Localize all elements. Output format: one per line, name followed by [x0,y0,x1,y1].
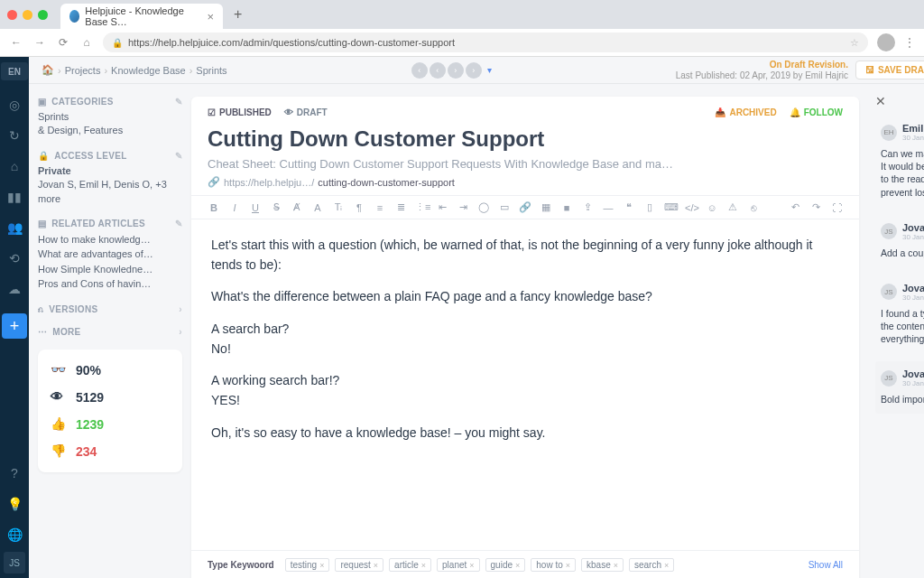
versions-section[interactable]: ⎌VERSIONS› [38,304,182,314]
list-ul-icon[interactable]: ⋮≡ [415,201,428,213]
tag[interactable]: guide× [485,558,526,572]
tag[interactable]: planet× [437,558,480,572]
breadcrumb-item[interactable]: Knowledge Base [111,65,186,76]
new-tab-button[interactable]: + [228,6,247,23]
paragraph[interactable]: Let's start this with a question (which,… [211,236,839,275]
window-zoom[interactable] [38,10,48,20]
url-slug[interactable]: cutting-down-customer-support [318,177,455,188]
rail-home-icon[interactable]: ⌂ [0,153,29,180]
paragraph[interactable]: Oh, it's so easy to have a knowledge bas… [211,424,839,443]
close-comments-icon[interactable]: ✕ [875,94,886,108]
nav-home-icon[interactable]: ⌂ [79,35,94,50]
article-subtitle[interactable]: Cheat Sheet: Cutting Down Customer Suppo… [208,157,843,171]
rail-refresh-icon[interactable]: ⟲ [0,245,29,272]
tag[interactable]: request× [335,558,383,572]
window-close[interactable] [7,10,17,20]
breadcrumb-item[interactable]: Sprints [196,65,226,76]
browser-menu-icon[interactable]: ⋮ [904,36,915,49]
fullscreen-icon[interactable]: ⛶ [830,202,843,213]
rail-dashboard-icon[interactable]: ◎ [0,91,29,118]
clear-icon[interactable]: A̸ [291,201,303,213]
url-field[interactable]: 🔒 https://help.helpjuice.com/admin/quest… [103,33,868,52]
rev-pill[interactable]: › [448,62,464,79]
rail-help-icon[interactable]: ? [0,460,29,487]
tag-remove-icon[interactable]: × [421,561,426,570]
file-icon[interactable]: ▯ [643,201,656,213]
emoji-icon[interactable]: ☺ [706,202,718,213]
rev-dropdown-icon[interactable]: ▾ [487,65,492,75]
draft-tab[interactable]: 👁DRAFT [284,107,328,117]
paragraph[interactable]: A working search bar!? YES! [211,371,839,410]
paragraph[interactable]: A search bar? No! [211,320,839,359]
warn-icon[interactable]: ⚠ [726,201,739,213]
comment[interactable]: JSJovan Savic30 Jan, 13:47Resolve⋮ Bold … [875,361,924,413]
tag[interactable]: article× [389,558,431,572]
indent-icon[interactable]: ⇥ [457,201,469,213]
strike-icon[interactable]: S̶ [270,201,282,213]
tag-remove-icon[interactable]: × [566,561,570,570]
rail-upload-icon[interactable]: ☁ [0,275,29,303]
breadcrumb-item[interactable]: Projects [65,65,101,76]
undo-icon[interactable]: ↶ [789,201,801,213]
tag[interactable]: how to× [531,558,576,572]
rev-pill[interactable]: › [466,62,482,79]
bookmark-icon[interactable]: ☆ [850,37,859,49]
nav-back-icon[interactable]: ← [9,35,23,50]
article-url[interactable]: 🔗 https://help.helpju…/cutting-down-cust… [208,176,843,188]
link-icon[interactable]: 🔗 [519,201,531,213]
embed-icon[interactable]: </> [685,202,698,213]
tag-input-label[interactable]: Type Keywoord [208,560,274,570]
redo-icon[interactable]: ↷ [809,201,822,213]
rail-history-icon[interactable]: ↻ [0,122,29,149]
related-link[interactable]: What are advantages of… [38,247,182,262]
rail-js-badge[interactable]: JS [4,552,25,573]
nav-reload-icon[interactable]: ⟳ [56,35,70,50]
tag-remove-icon[interactable]: × [614,561,618,570]
edit-icon[interactable]: ✎ [175,219,182,228]
rail-analytics-icon[interactable]: ▮▮ [0,183,29,210]
rev-pill[interactable]: ‹ [411,62,428,79]
tag-remove-icon[interactable]: × [664,561,669,570]
tag[interactable]: testing× [285,558,330,572]
tag-remove-icon[interactable]: × [469,561,474,570]
comment[interactable]: JSJovan Savic30 Jan, 13:47Resolve⋮ I fou… [875,275,924,353]
tag[interactable]: kbase× [581,558,624,572]
rail-globe-icon[interactable]: 🌐 [0,521,29,548]
underline-icon[interactable]: U [249,202,262,213]
published-tab[interactable]: ☑PUBLISHED [208,107,272,117]
more-section[interactable]: ⋯MORE› [38,327,182,337]
article-title[interactable]: Cutting Down Customer Support [208,126,843,152]
bold-icon[interactable]: B [208,202,220,213]
tag-remove-icon[interactable]: × [515,561,520,570]
browser-tab[interactable]: Helpjuice - Knowledge Base S… × [60,4,223,29]
save-draft-button[interactable]: 🖫 SAVE DRAFT [855,61,924,79]
editor-body[interactable]: Let's start this with a question (which,… [191,219,859,550]
breadcrumb-home-icon[interactable]: 🏠 [42,64,54,76]
hr-icon[interactable]: ― [602,202,614,213]
paragraph-icon[interactable]: ¶ [353,202,365,213]
show-all-tags[interactable]: Show All [808,560,843,570]
edit-icon[interactable]: ✎ [175,97,182,107]
rev-pill[interactable]: ‹ [430,62,446,79]
comment[interactable]: EHEmil Hajric30 Jan, 13:47Resolve⋮ Can w… [875,116,924,206]
profile-avatar[interactable] [877,33,895,51]
quote-icon[interactable]: ❝ [623,201,635,213]
table-icon[interactable]: ▦ [540,201,552,213]
window-minimize[interactable] [23,10,32,20]
archived-button[interactable]: 📥ARCHIVED [715,107,776,117]
rail-tips-icon[interactable]: 💡 [0,490,29,517]
font-icon[interactable]: A [311,202,324,213]
rail-users-icon[interactable]: 👥 [0,214,29,241]
rail-add-button[interactable]: + [2,313,27,339]
nav-forward-icon[interactable]: → [32,35,47,50]
related-link[interactable]: Pros and Cons of havin… [38,276,182,292]
code-icon[interactable]: ⌨ [664,201,677,213]
image-icon[interactable]: ▭ [498,201,511,213]
outdent-icon[interactable]: ⇤ [436,201,448,213]
comment[interactable]: JSJovan Savic30 Jan, 13:47Resolve⋮ Add a… [875,215,924,266]
upload-icon[interactable]: ⇪ [581,201,594,213]
revision-nav[interactable]: ‹ ‹ › › ▾ [411,62,492,79]
anchor-icon[interactable]: ⎋ [747,202,760,213]
italic-icon[interactable]: I [228,202,241,213]
related-link[interactable]: How to make knowledg… [38,232,182,247]
